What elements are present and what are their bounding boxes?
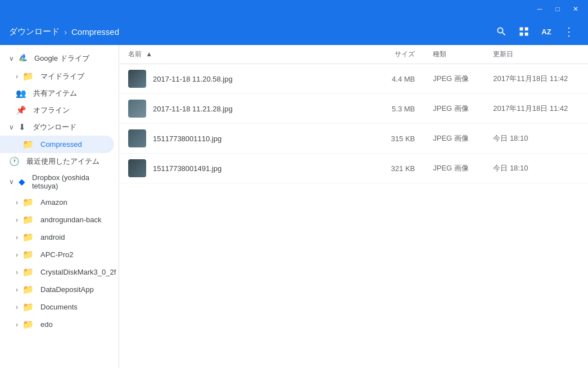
folder-icon: 📁: [22, 232, 34, 243]
sidebar-item-edo[interactable]: › 📁 edo: [0, 316, 114, 333]
file-date: 2017年11月18日 11:42: [484, 64, 588, 94]
file-type: JPEG 画像: [424, 64, 484, 94]
file-name-cell: 2017-11-18 11.21.28.jpg: [119, 94, 377, 124]
maximize-button[interactable]: □: [550, 1, 566, 17]
sidebar-label: 最近使用したアイテム: [26, 156, 99, 167]
file-thumbnail: [128, 129, 146, 147]
breadcrumb-root[interactable]: ダウンロード: [9, 26, 60, 37]
sidebar-item-downloads[interactable]: ∨ ⬇ ダウンロード: [0, 119, 114, 136]
sidebar-label: Google ドライブ: [34, 53, 89, 64]
folder-icon: 📁: [22, 319, 34, 330]
chevron-icon: ›: [16, 73, 18, 80]
titlebar-controls: ─ □ ✕: [532, 1, 584, 17]
people-icon: 👥: [16, 88, 26, 98]
chevron-icon: ∨: [9, 123, 14, 131]
sidebar-item-my-drive[interactable]: › 📁 マイドライブ: [0, 68, 114, 85]
sidebar-item-amazon[interactable]: › 📁 Amazon: [0, 194, 114, 211]
breadcrumb: ダウンロード › Compressed: [9, 26, 491, 37]
sidebar-label: マイドライブ: [40, 71, 84, 82]
sidebar-item-compressed[interactable]: 📁 Compressed: [0, 136, 114, 153]
toolbar-actions: AZ ⋮: [491, 21, 579, 42]
more-menu-button[interactable]: ⋮: [559, 21, 579, 42]
main-area: ∨ Google ドライブ › 📁 マイドライブ 👥 共有アイテム 📌 オフライ…: [0, 45, 588, 368]
file-size: 321 KB: [377, 154, 424, 183]
folder-icon: 📁: [22, 302, 34, 312]
folder-icon: 📁: [22, 197, 34, 208]
column-header-date[interactable]: 更新日: [484, 45, 588, 64]
sidebar-item-google-drive[interactable]: ∨ Google ドライブ: [0, 50, 114, 68]
chevron-icon: ›: [16, 199, 18, 207]
folder-icon: 📁: [22, 71, 34, 82]
column-header-size[interactable]: サイズ: [377, 45, 424, 64]
file-date: 2017年11月18日 11:42: [484, 94, 588, 124]
chevron-icon: ›: [16, 251, 18, 259]
table-row[interactable]: 2017-11-18 11.20.58.jpg 4.4 MBJPEG 画像201…: [119, 64, 588, 94]
more-icon: ⋮: [563, 26, 575, 37]
file-table: 名前 ▲ サイズ 種類 更新日 2017-11-18 11.20.58.jpg …: [119, 45, 588, 183]
file-size: 4.4 MB: [377, 64, 424, 94]
table-row[interactable]: 15117738001110.jpg 315 KBJPEG 画像今日 18:10: [119, 124, 588, 154]
toolbar: ダウンロード › Compressed AZ ⋮: [0, 18, 588, 45]
sidebar-item-offline[interactable]: 📌 オフライン: [0, 102, 114, 119]
sort-button[interactable]: AZ: [536, 21, 557, 42]
file-thumbnail: [128, 100, 146, 118]
file-thumbnail: [128, 70, 146, 88]
sidebar-item-dropbox[interactable]: ∨ ◆ Dropbox (yoshida tetsuya): [0, 170, 114, 194]
column-header-type[interactable]: 種類: [424, 45, 484, 64]
close-button[interactable]: ✕: [568, 1, 584, 17]
grid-view-button[interactable]: [514, 21, 534, 42]
sidebar-item-documents[interactable]: › 📁 Documents: [0, 298, 114, 316]
pin-icon: 📌: [16, 105, 26, 115]
file-type: JPEG 画像: [424, 154, 484, 183]
clock-icon: 🕐: [9, 156, 20, 167]
sidebar-item-android[interactable]: › 📁 android: [0, 228, 114, 246]
chevron-icon: ∨: [9, 55, 14, 62]
sidebar-item-apc-pro2[interactable]: › 📁 APC-Pro2: [0, 246, 114, 263]
sidebar-item-datadeposit[interactable]: › 📁 DataDepositApp: [0, 281, 114, 298]
sidebar-label: android: [40, 233, 65, 241]
file-name-cell: 15117738001491.jpg: [119, 154, 377, 183]
download-icon: ⬇: [19, 122, 26, 132]
file-name: 2017-11-18 11.20.58.jpg: [153, 75, 233, 83]
table-row[interactable]: 15117738001491.jpg 321 KBJPEG 画像今日 18:10: [119, 154, 588, 183]
file-size: 315 KB: [377, 124, 424, 154]
file-type: JPEG 画像: [424, 124, 484, 154]
folder-blue-icon: 📁: [22, 139, 34, 150]
search-button[interactable]: [491, 21, 512, 42]
column-header-name[interactable]: 名前 ▲: [119, 45, 377, 64]
chevron-icon: ›: [16, 234, 18, 241]
file-name-cell: 2017-11-18 11.20.58.jpg: [119, 64, 377, 94]
search-icon: [496, 26, 507, 37]
sidebar-item-androgundan-back[interactable]: › 📁 androgundan-back: [0, 211, 114, 228]
file-name: 15117738001110.jpg: [153, 134, 221, 143]
file-name: 2017-11-18 11.21.28.jpg: [153, 105, 233, 113]
sort-icon: AZ: [541, 28, 551, 36]
minimize-button[interactable]: ─: [532, 1, 548, 17]
chevron-icon: ›: [16, 268, 18, 276]
folder-icon: 📁: [22, 214, 34, 225]
sidebar-label: edo: [40, 320, 53, 329]
sidebar-label: オフライン: [33, 105, 70, 115]
grid-icon: [518, 26, 530, 37]
chevron-icon: ›: [16, 303, 18, 311]
sidebar-label: ダウンロード: [33, 122, 76, 132]
sidebar-label: 共有アイテム: [33, 88, 77, 98]
chevron-icon: ∨: [9, 178, 14, 186]
file-date: 今日 18:10: [484, 154, 588, 183]
sidebar-item-crystaldisk[interactable]: › 📁 CrystalDiskMark3_0_2f: [0, 263, 114, 281]
file-type: JPEG 画像: [424, 94, 484, 124]
sidebar-label: Compressed: [40, 140, 82, 149]
titlebar: ─ □ ✕: [0, 0, 588, 18]
breadcrumb-separator: ›: [64, 27, 67, 37]
sidebar-label: DataDepositApp: [40, 285, 94, 294]
sidebar-item-shared[interactable]: 👥 共有アイテム: [0, 85, 114, 102]
table-row[interactable]: 2017-11-18 11.21.28.jpg 5.3 MBJPEG 画像201…: [119, 94, 588, 124]
drive-icon: [19, 53, 28, 64]
folder-icon: 📁: [22, 249, 34, 260]
sidebar-item-recent[interactable]: 🕐 最近使用したアイテム: [0, 153, 114, 170]
file-thumbnail: [128, 159, 146, 177]
chevron-icon: ›: [16, 321, 18, 329]
file-name: 15117738001491.jpg: [153, 164, 221, 173]
chevron-icon: ›: [16, 286, 18, 294]
file-size: 5.3 MB: [377, 94, 424, 124]
